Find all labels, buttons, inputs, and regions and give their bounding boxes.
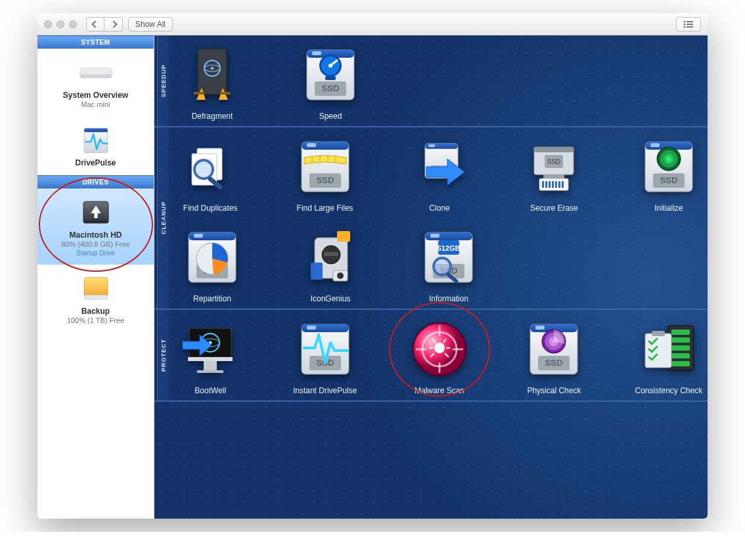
tool-label: Find Duplicates bbox=[171, 204, 249, 213]
list-icon bbox=[683, 20, 694, 28]
external-drive-icon bbox=[75, 270, 117, 308]
tool-malware[interactable]: Malware Scan bbox=[401, 316, 478, 395]
sidebar-item-sub: 100% (1 TB) Free bbox=[43, 316, 148, 324]
information-icon bbox=[416, 225, 482, 290]
sidebar-item-label: DrivePulse bbox=[43, 158, 148, 167]
tool-label: Initialize bbox=[630, 204, 708, 213]
app-window: Show All SYSTEM System Overview Mac mini… bbox=[37, 13, 708, 519]
tool-label: Consistency Check bbox=[630, 386, 708, 395]
svg-rect-96 bbox=[687, 24, 693, 25]
malware-icon bbox=[407, 316, 472, 382]
initialize-icon bbox=[636, 134, 702, 200]
tool-label: Find Large Files bbox=[286, 204, 363, 213]
forward-button[interactable] bbox=[104, 17, 123, 32]
sidebar-item-backup[interactable]: Backup 100% (1 TB) Free bbox=[37, 265, 154, 332]
tool-label: Secure Erase bbox=[515, 204, 593, 213]
tool-row: Defragment Speed bbox=[154, 35, 708, 126]
nav-segment bbox=[86, 17, 123, 32]
sidebar-item-label: System Overview bbox=[43, 91, 148, 100]
tool-label: Physical Check bbox=[515, 386, 593, 395]
tool-row: Find Duplicates Find Large Files Clone S… bbox=[154, 127, 708, 218]
macmini-icon bbox=[75, 58, 117, 88]
tool-label: Repartition bbox=[171, 294, 253, 303]
repartition-icon bbox=[179, 225, 245, 290]
tool-find-duplicates[interactable]: Find Duplicates bbox=[171, 134, 249, 213]
tool-speed[interactable]: Speed bbox=[290, 42, 371, 121]
sidebar-item-sub: 80% (400.8 GB) Free bbox=[43, 240, 148, 248]
svg-point-93 bbox=[684, 20, 686, 22]
tool-secure-erase[interactable]: Secure Erase bbox=[515, 134, 593, 213]
bootwell-icon bbox=[177, 316, 243, 382]
toolbar: Show All bbox=[37, 13, 708, 35]
physical-icon bbox=[521, 316, 587, 382]
list-view-button[interactable] bbox=[676, 17, 701, 32]
tool-label: Information bbox=[408, 294, 489, 303]
show-all-button[interactable]: Show All bbox=[128, 17, 173, 32]
find-duplicates-icon bbox=[177, 134, 243, 200]
svg-rect-94 bbox=[687, 21, 693, 22]
secure-erase-icon bbox=[521, 134, 587, 200]
sidebar-header-system: SYSTEM bbox=[37, 35, 154, 49]
instant-dp-icon bbox=[292, 316, 358, 382]
internal-drive-icon bbox=[75, 193, 117, 232]
close-icon[interactable] bbox=[44, 20, 52, 28]
minimize-icon[interactable] bbox=[56, 20, 64, 28]
icongenius-icon bbox=[298, 225, 363, 290]
tool-find-large[interactable]: Find Large Files bbox=[286, 134, 363, 213]
tool-label: Speed bbox=[290, 112, 371, 121]
defragment-icon bbox=[179, 42, 245, 108]
tool-row: BootWell Instant DrivePulse Malware Scan… bbox=[154, 310, 708, 400]
tool-physical[interactable]: Physical Check bbox=[515, 316, 593, 395]
tool-instant-dp[interactable]: Instant DrivePulse bbox=[286, 316, 363, 395]
tool-consistency[interactable]: Consistency Check bbox=[630, 316, 708, 395]
tool-label: BootWell bbox=[171, 386, 249, 395]
consistency-icon bbox=[636, 316, 702, 382]
tool-clone[interactable]: Clone bbox=[401, 134, 478, 213]
tool-bootwell[interactable]: BootWell bbox=[171, 316, 249, 395]
svg-point-95 bbox=[684, 23, 686, 25]
tool-label: IconGenius bbox=[290, 294, 371, 303]
sidebar: SYSTEM System Overview Mac mini DrivePul… bbox=[37, 35, 154, 519]
main-panel: SPEEDUP Defragment SpeedCLEANUP Find Dup… bbox=[154, 35, 708, 519]
tool-defragment[interactable]: Defragment bbox=[171, 42, 253, 121]
sidebar-item-label: Backup bbox=[43, 307, 148, 316]
svg-rect-98 bbox=[687, 26, 693, 28]
tool-label: Clone bbox=[401, 204, 478, 213]
tool-icongenius[interactable]: IconGenius bbox=[290, 225, 371, 303]
tool-row: Repartition IconGenius Information bbox=[154, 218, 708, 309]
sidebar-item-drivepulse[interactable]: DrivePulse bbox=[37, 116, 154, 175]
sidebar-header-drives: DRIVES bbox=[37, 175, 154, 188]
tool-label: Instant DrivePulse bbox=[286, 386, 363, 395]
traffic-lights bbox=[44, 20, 77, 28]
find-large-icon bbox=[292, 134, 358, 200]
tool-label: Malware Scan bbox=[401, 386, 478, 395]
sidebar-item-sub: Mac mini bbox=[43, 100, 148, 108]
svg-point-97 bbox=[684, 26, 686, 28]
speed-icon bbox=[298, 42, 363, 108]
back-button[interactable] bbox=[86, 17, 104, 32]
sidebar-item-tag: Startup Drive bbox=[43, 249, 148, 257]
tool-repartition[interactable]: Repartition bbox=[171, 225, 253, 303]
sidebar-item-system-overview[interactable]: System Overview Mac mini bbox=[37, 49, 154, 116]
clone-icon bbox=[407, 134, 472, 200]
tool-label: Defragment bbox=[171, 112, 253, 121]
drivepulse-icon bbox=[75, 122, 117, 159]
tool-information[interactable]: Information bbox=[408, 225, 489, 303]
sidebar-item-label: Macintosh HD bbox=[43, 230, 148, 240]
sidebar-item-macintosh-hd[interactable]: Macintosh HD 80% (400.8 GB) Free Startup… bbox=[37, 188, 154, 265]
tool-initialize[interactable]: Initialize bbox=[630, 134, 708, 213]
zoom-icon[interactable] bbox=[69, 20, 77, 28]
